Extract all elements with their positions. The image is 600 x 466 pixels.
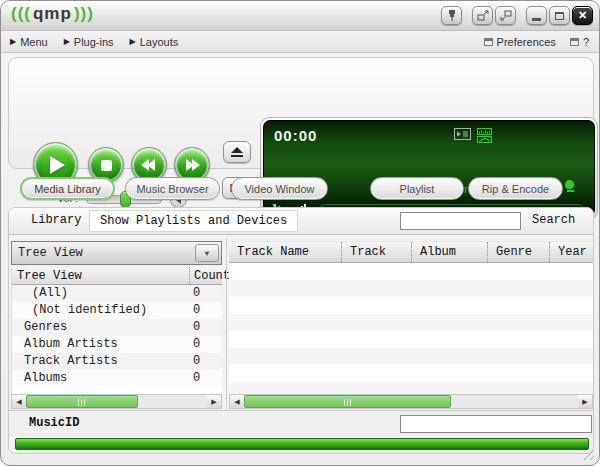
library-tree: Tree View Count (All)0 (Not identified)0… [11,267,222,394]
expand-mode-icon [500,10,512,21]
scroll-right-icon[interactable]: ▶ [578,395,592,408]
musicid-bar: MusicID [9,410,593,436]
tree-view-selector-value: Tree View [18,246,83,260]
table-horizontal-scrollbar[interactable]: ◀ ▶ [229,394,593,409]
close-button[interactable]: ✕ [572,6,593,25]
column-year[interactable]: Year [549,242,593,262]
playlist-toggle-icon[interactable] [454,128,472,140]
layouts-button[interactable]: ▶Layouts [130,36,179,48]
maximize-icon [555,12,564,20]
spectrum-analyzer-icon[interactable] [477,128,493,143]
tab-playlist[interactable]: Playlist [370,177,464,200]
help-button[interactable]: ? [570,36,589,48]
pin-button[interactable] [441,6,462,25]
logo-waves-left: ((( [11,4,31,23]
list-item[interactable]: Albums0 [12,370,222,387]
show-playlists-button[interactable]: Show Playlists and Devices [89,210,298,232]
list-item[interactable]: (Not identified)0 [12,302,222,319]
media-library-panel: Library Show Playlists and Devices Searc… [8,207,594,454]
minimize-button[interactable] [526,6,547,25]
expand-mode-button[interactable] [495,6,516,25]
help-window-icon [570,38,579,46]
arrow-right-icon: ▶ [10,38,16,46]
tab-rip-encode[interactable]: Rip & Encode [468,177,563,200]
compact-mode-button[interactable] [472,6,493,25]
preferences-button[interactable]: Preferences [484,36,556,48]
status-progress-bar [15,438,589,450]
title-bar[interactable]: (((qmp))) ✕ [1,1,599,31]
display-screen: 00:00 QMP Music Browser [263,120,595,217]
arrow-right-icon: ▶ [64,38,70,46]
qmp-window: (((qmp))) ✕ ▶Me [0,0,600,466]
compact-mode-icon [477,10,489,21]
scrollbar-thumb[interactable] [244,395,451,408]
track-table-header: Track Name Track Ar... Album Genre Year [229,241,593,263]
app-logo: (((qmp))) [11,4,94,24]
stop-icon [101,160,112,171]
close-icon: ✕ [578,9,587,22]
time-display: 00:00 [274,127,317,144]
scrollbar-thumb[interactable] [26,395,138,408]
menu-button[interactable]: ▶Menu [10,36,48,48]
list-item[interactable]: Genres0 [12,319,222,336]
view-tabs: Media Library Music Browser Video Window… [1,177,599,201]
tree-horizontal-scrollbar[interactable]: ◀ ▶ [11,394,222,409]
tab-media-library[interactable]: Media Library [20,177,115,200]
display-frame: 00:00 QMP Music Browser [260,117,598,220]
tree-column-view[interactable]: Tree View [12,267,189,284]
tree-column-count[interactable]: Count [189,267,222,284]
window-controls: ✕ [439,6,593,25]
window-icon [484,38,493,46]
list-item[interactable]: Track Artists0 [12,353,222,370]
scroll-left-icon[interactable]: ◀ [12,395,26,408]
tab-library[interactable]: Library [31,213,81,227]
list-item[interactable]: (All)0 [12,285,222,302]
column-genre[interactable]: Genre [487,242,549,262]
library-toolbar: Library Show Playlists and Devices Searc… [9,208,593,235]
player-panel: vol : EQ 00:00 [8,57,594,169]
forward-icon [186,159,198,171]
column-album[interactable]: Album [411,242,487,262]
plugins-button[interactable]: ▶Plug-ins [64,36,114,48]
chevron-down-icon[interactable]: ▼ [195,244,219,262]
logo-waves-right: ))) [74,4,94,23]
musicid-input[interactable] [400,415,592,433]
maximize-button[interactable] [549,6,570,25]
tree-header: Tree View Count [12,267,222,285]
track-table-body[interactable] [229,263,593,394]
arrow-right-icon: ▶ [130,38,136,46]
minimize-icon [532,18,541,21]
column-track-name[interactable]: Track Name [229,242,341,262]
musicid-label: MusicID [29,416,79,430]
tab-video-window[interactable]: Video Window [231,177,328,200]
pin-icon [447,9,457,22]
search-input[interactable] [400,212,521,230]
tree-view-selector[interactable]: Tree View ▼ [11,241,222,265]
eject-button[interactable] [223,141,251,163]
play-icon [50,156,65,174]
search-button[interactable]: Search [532,213,575,227]
tab-music-browser[interactable]: Music Browser [125,177,220,200]
menu-bar: ▶Menu ▶Plug-ins ▶Layouts Preferences ? [1,31,599,53]
column-track-artist[interactable]: Track Ar... [341,242,411,262]
scroll-left-icon[interactable]: ◀ [230,395,244,408]
rewind-icon [143,159,155,171]
eject-icon [231,147,243,157]
scroll-right-icon[interactable]: ▶ [207,395,221,408]
panel-divider [226,238,227,410]
list-item[interactable]: Album Artists0 [12,336,222,353]
